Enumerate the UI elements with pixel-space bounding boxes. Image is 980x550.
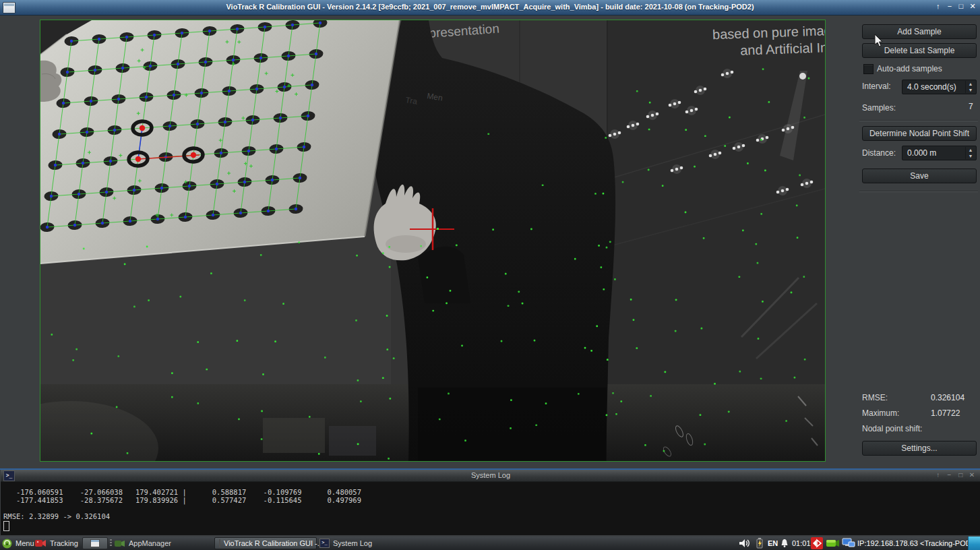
close-button[interactable]: ✕ [967, 471, 977, 479]
separator [859, 191, 978, 192]
system-log-title: System Log [1, 471, 980, 479]
window-icon [219, 539, 220, 547]
shirt-text-1: Tra [405, 95, 419, 106]
task-appmanager[interactable]: AppManager [115, 537, 171, 550]
settings-button[interactable]: Settings... [862, 441, 977, 456]
ip-indicator[interactable]: IP:192.168.178.63 <Tracking-POD2> [857, 537, 979, 550]
maximum-value: 1.07722 [931, 408, 960, 418]
interval-spinner[interactable]: ▲▼ [965, 81, 975, 93]
taskbar: Menu Tracking AppManager VioTrack R Cali… [0, 537, 980, 550]
samples-label: Samples: [862, 103, 896, 113]
appmanager-icon [115, 539, 125, 548]
rmse-value: 0.326104 [931, 393, 964, 402]
menu-button[interactable]: Menu [2, 537, 34, 550]
red-tray-icon[interactable] [811, 537, 823, 550]
clock[interactable]: 01:01 [792, 537, 811, 550]
system-log-text: -176.060591 -27.066038 179.402721 | 0.58… [3, 488, 361, 520]
rmse-label: RMSE: [862, 393, 888, 402]
interval-value: 4.0 second(s) [907, 82, 956, 92]
terminal-icon: >_ [319, 539, 330, 548]
maximize-button[interactable]: □ [956, 471, 965, 479]
main-window-titlebar[interactable]: VioTrack R Calibration GUI - Version 2.1… [0, 0, 980, 16]
tracking-app-button[interactable]: Tracking [35, 537, 78, 550]
distance-label: Distance: [862, 148, 896, 158]
camera-tray-icon[interactable] [826, 537, 840, 550]
camera-view: g representation based on pure imag and … [40, 20, 826, 462]
auto-add-samples-checkbox[interactable] [863, 64, 874, 74]
bell-icon [780, 539, 789, 548]
desktop: VioTrack R Calibration GUI - Version 2.1… [0, 0, 980, 550]
panel-hide-button[interactable] [968, 537, 980, 550]
keyboard-layout-indicator[interactable]: EN [768, 537, 778, 550]
auto-add-samples-label: Auto-add samples [877, 64, 942, 73]
viotrack-task-label: VioTrack R Calibration GUI -... [224, 539, 324, 547]
interval-label: Interval: [862, 82, 891, 91]
task-viotrack[interactable]: VioTrack R Calibration GUI -... [214, 537, 317, 549]
minimize-button[interactable]: − [944, 471, 954, 479]
backdrop-right-text-2: and Artificial Int [740, 40, 825, 58]
close-button[interactable]: ✕ [968, 2, 977, 11]
maximize-button[interactable]: □ [956, 2, 966, 10]
mouse-cursor [874, 34, 884, 47]
appmanager-label: AppManager [129, 539, 171, 547]
pager-button[interactable] [82, 537, 108, 549]
tracking-label: Tracking [50, 539, 78, 547]
menu-icon [2, 539, 12, 549]
nodal-point-shift-label: Nodal point shift: [862, 424, 922, 433]
control-panel: Add Sample Delete Last Sample Auto-add s… [826, 15, 980, 470]
samples-value: 7 [969, 102, 973, 111]
shade-button[interactable]: ↑ [933, 2, 943, 10]
menu-label: Menu [16, 539, 34, 547]
panel-grip[interactable] [110, 539, 112, 547]
battery-tray-icon[interactable] [756, 537, 764, 550]
separator [859, 120, 978, 121]
maximum-label: Maximum: [862, 408, 899, 418]
system-log-titlebar[interactable]: >_ System Log ↑ − □ ✕ [1, 470, 980, 482]
network-tray-icon[interactable] [842, 537, 855, 550]
syslog-task-label: System Log [333, 539, 372, 547]
monitors-icon [842, 538, 855, 549]
terminal-cursor [3, 521, 9, 531]
diamond-arrows-icon [811, 537, 823, 549]
notifications-tray-icon[interactable] [780, 537, 789, 550]
main-window-title: VioTrack R Calibration GUI - Version 2.1… [0, 3, 980, 11]
save-button[interactable]: Save [862, 169, 977, 183]
ip-label: IP:192.168.178.63 <Tracking-POD2> [857, 539, 979, 547]
layout-label: EN [768, 539, 778, 547]
shade-button[interactable]: ↑ [933, 471, 943, 479]
minimize-button[interactable]: − [945, 2, 954, 10]
distance-value: 0.000 m [907, 148, 936, 158]
camera-scene: g representation based on pure imag and … [40, 20, 825, 461]
distance-spinner[interactable]: ▲▼ [965, 147, 975, 159]
interval-spinbox[interactable]: 4.0 second(s) ▲▼ [902, 80, 977, 94]
determine-nodal-point-shift-button[interactable]: Determine Nodal Point Shift [862, 126, 977, 141]
calibration-board [40, 20, 400, 264]
tracking-icon [35, 539, 47, 548]
battery-icon [756, 538, 764, 549]
volume-tray-icon[interactable] [739, 537, 750, 550]
task-system-log[interactable]: >_ System Log [319, 537, 372, 550]
speaker-icon [739, 539, 750, 548]
camcorder-icon [826, 538, 840, 549]
clock-label: 01:01 [792, 539, 811, 547]
window-icon [90, 539, 100, 547]
distance-spinbox[interactable]: 0.000 m ▲▼ [902, 146, 977, 160]
